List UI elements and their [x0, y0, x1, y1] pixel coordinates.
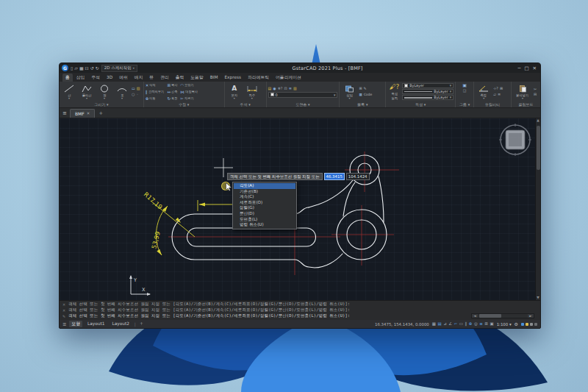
dynamic-input-y[interactable]: 104.1424 [346, 173, 370, 180]
horizontal-scroll-thumb[interactable] [479, 314, 501, 318]
layout-tab-model[interactable]: 모형 [69, 321, 82, 327]
drawing-canvas[interactable]: R17,19 53,99 [60, 118, 540, 300]
trim-tool[interactable]: ✂자르기 [180, 95, 198, 101]
panel-label-utilities[interactable]: 유틸리티 [474, 101, 511, 107]
annotation-scale[interactable]: 1:100 ▾ [497, 322, 512, 327]
line-tool[interactable]: 선▾ [61, 85, 77, 99]
layer-isolate-icon[interactable]: ▥ [293, 86, 297, 91]
circle-tool[interactable]: 원▾ [96, 85, 112, 99]
match-properties-tool[interactable]: 🖌? 특성 일치 [387, 83, 401, 100]
panel-label-properties[interactable]: 특성 ▾ [386, 101, 455, 107]
menu-item-baseline[interactable]: 기준선(B) [234, 189, 295, 195]
new-tab-button[interactable]: ＋ [98, 109, 104, 118]
quick-access-icon[interactable]: ▱ [74, 65, 78, 72]
panel-label-clipboard[interactable]: 클립보드 [512, 101, 540, 107]
layer-lock-icon[interactable]: ⊡ [284, 86, 287, 91]
layer-dropdown[interactable]: 0 ▾ [268, 92, 338, 98]
group-icon[interactable]: ▣ [462, 82, 467, 88]
ungroup-icon[interactable]: ◲ [463, 88, 467, 93]
scroll-left-icon[interactable]: ◄ [472, 314, 478, 318]
close-button[interactable]: ✕ [533, 65, 537, 72]
app-logo-icon[interactable]: G [62, 65, 68, 71]
layer-properties-icon[interactable]: ▤ [268, 86, 272, 91]
arc-tool[interactable]: 호▾ [114, 85, 130, 99]
menu-item-undo[interactable]: 명령 취소(U) [234, 222, 295, 228]
gear-icon[interactable]: ⚙ [514, 321, 518, 327]
ribbon-tab[interactable]: 3D [104, 74, 115, 82]
panel-label-modify[interactable]: 수정 ▾ [144, 101, 224, 107]
horizontal-scroll-track[interactable] [478, 314, 528, 318]
hatch-icon[interactable]: ▨ [137, 86, 140, 91]
layer-on-icon[interactable]: ◉ [273, 86, 276, 91]
offset-tool[interactable]: ∥간격띄우기 [146, 88, 165, 95]
id-point-icon[interactable]: ⊹? [493, 86, 498, 91]
ellipse-icon[interactable]: ○ [132, 92, 135, 97]
rectangle-icon[interactable]: ▭ [132, 86, 135, 91]
copy-clip-icon[interactable]: ⊟ [534, 92, 537, 96]
scroll-up-icon[interactable]: ▲ [537, 118, 539, 123]
status-toggle-icon[interactable]: ⊞ [484, 321, 488, 327]
status-toggle-icon[interactable]: ◎ [474, 321, 478, 327]
mirror-tool[interactable]: ⋈대칭복사 [180, 88, 198, 95]
erase-tool[interactable]: ✕삭제 [146, 82, 165, 88]
ribbon-tab[interactable]: 삽입 [74, 74, 88, 82]
cut-icon[interactable]: ✂ [534, 87, 537, 91]
status-toggle-icon[interactable]: ▭ [459, 321, 463, 327]
add-layout-button[interactable]: ＋ [139, 321, 144, 327]
command-prompt-line[interactable]: ✎ 객체 선택 또는 첫 번째 치수보조선 원점 지정 또는 [각도(A)/기준… [60, 313, 540, 319]
panel-label-layers[interactable]: 도면층 ▾ [267, 101, 340, 107]
lineweight-dropdown[interactable]: ByLayer▾ [402, 95, 453, 100]
layout-tab-layout2[interactable]: Layout2 [110, 321, 131, 327]
measure-tool[interactable]: 측정▾ [476, 85, 492, 99]
menu-item-align[interactable]: 정렬(G) [234, 205, 295, 211]
linetype-dropdown[interactable]: ByLayer▾ [402, 89, 453, 94]
status-toggle-icon[interactable]: ∠ [448, 321, 452, 327]
menu-item-continue[interactable]: 계속(C) [234, 194, 295, 200]
status-toggle-icon[interactable]: ▣ [490, 321, 493, 327]
panel-label-annotation[interactable]: 주석 ▾ [225, 101, 266, 107]
ribbon-tab[interactable]: 관리 [157, 74, 172, 82]
copy-tool[interactable]: ⊞복사 [168, 82, 179, 88]
scroll-right-icon[interactable]: ► [528, 314, 534, 318]
ribbon-tab[interactable]: 메쉬 [116, 74, 131, 82]
rotate-tool[interactable]: ↻회전 [168, 95, 179, 101]
quick-calc-icon[interactable]: ⊞ [500, 86, 503, 91]
clean-screen-icon[interactable] [534, 323, 537, 326]
menu-item-ordinate[interactable]: 세로좌표(O) [234, 200, 295, 206]
point-icon[interactable]: ◦ [136, 92, 138, 97]
menu-item-angular[interactable]: 각도(A) [234, 183, 295, 189]
color-dropdown[interactable]: ByLayer▾ [402, 83, 453, 88]
ribbon-tab[interactable]: 배치 [132, 74, 146, 82]
layer-match-icon[interactable]: ≡ [289, 86, 292, 91]
status-toggle-icon[interactable]: ▤ [437, 321, 441, 327]
status-toggle-icon[interactable]: ⊿ [443, 321, 447, 327]
isolate-icon[interactable] [530, 323, 533, 326]
dimension-tool[interactable]: 치수▾ [244, 85, 260, 99]
fillet-tool[interactable]: ◠모깎기 [180, 82, 198, 88]
minimize-button[interactable]: ─ [517, 65, 520, 72]
list-icon[interactable]: ≡ [498, 92, 501, 97]
cloud-icon[interactable] [521, 323, 524, 326]
notification-icon[interactable] [526, 323, 528, 326]
panel-label-draw[interactable]: 그리기 ▾ [60, 101, 143, 107]
panel-label-block[interactable]: 블록 ▾ [340, 101, 385, 107]
ribbon-tab[interactable]: 홈 [62, 74, 73, 82]
quick-access-icon[interactable]: ▯ [71, 65, 73, 72]
ribbon-tab[interactable]: 어플리케이션 [273, 74, 304, 82]
create-block-icon[interactable]: ⊞ [359, 86, 362, 91]
layer-freeze-icon[interactable]: ❄? [278, 86, 283, 91]
status-toggle-icon[interactable]: ≡ [479, 321, 483, 327]
menu-burger-icon[interactable]: ≡ [62, 109, 67, 118]
edit-block-icon[interactable]: ✎ [364, 86, 367, 91]
workspace-dropdown[interactable]: 2D 스케치작업 ▾ [101, 65, 137, 72]
polyline-tool[interactable]: 폴리선▾ [79, 85, 95, 99]
ribbon-tab[interactable]: 출력 [173, 74, 187, 82]
status-toggle-icon[interactable]: ⌐ [454, 321, 458, 327]
ribbon-tab[interactable]: 파라메트릭 [245, 74, 272, 82]
area-icon[interactable]: ▱ [493, 92, 496, 97]
paste-tool[interactable]: 붙여넣기▾ [513, 85, 532, 99]
menu-item-distribute[interactable]: 분산(D) [234, 211, 295, 217]
ribbon-tab[interactable]: 도움말 [187, 74, 206, 82]
restore-button[interactable]: □ [524, 65, 528, 72]
view-cube[interactable] [499, 124, 531, 156]
